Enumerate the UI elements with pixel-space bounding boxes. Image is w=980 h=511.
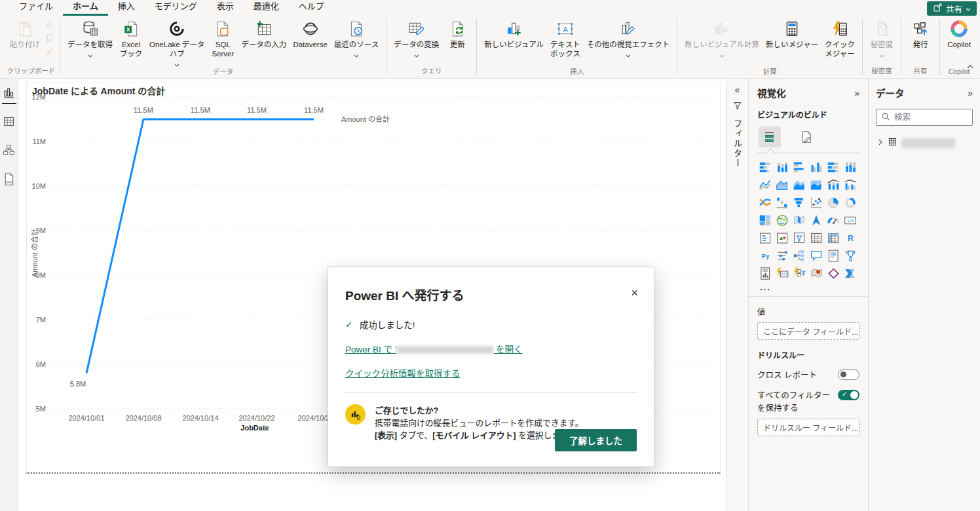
quick-insights-link[interactable]: クイック分析情報を取得する (345, 366, 637, 379)
donut-chart-icon[interactable] (842, 195, 858, 210)
new-card-icon[interactable]: 123 (774, 265, 790, 281)
multi-row-card-icon[interactable] (757, 230, 773, 246)
stacked-bar-chart-icon[interactable] (757, 159, 773, 175)
area-chart-icon[interactable] (774, 177, 790, 193)
data-pane: データ » (868, 79, 980, 511)
power-automate-icon[interactable] (842, 265, 858, 281)
ribbon-chart-icon[interactable] (757, 195, 773, 210)
collapse-ribbon-button[interactable] (967, 62, 973, 71)
ribbon-group-label: クリップボード (7, 64, 56, 78)
key-influencers-icon[interactable] (774, 248, 790, 263)
ribbon-button-Dataverse[interactable]: Dataverse (290, 16, 330, 56)
table-icon[interactable] (808, 230, 824, 246)
menu-tab-ヘルプ[interactable]: ヘルプ (289, 0, 334, 16)
quick-measure-icon (831, 18, 848, 39)
ribbon-button-更新[interactable]: 更新 (442, 16, 472, 56)
ribbon-button-OneLake データハブ[interactable]: OneLake データ ハブ (146, 16, 208, 65)
waterfall-chart-icon[interactable] (774, 195, 790, 210)
share-button[interactable]: 共有 (927, 1, 977, 16)
svg-text:2024/10/14: 2024/10/14 (182, 414, 218, 422)
collapse-visualizations-icon[interactable]: » (854, 88, 859, 98)
more-options-button[interactable]: ... (760, 282, 859, 292)
line-chart-icon[interactable] (757, 177, 773, 193)
table-view-button[interactable] (2, 115, 16, 133)
open-in-powerbi-link[interactable]: Power BI で ' を開く (345, 342, 637, 355)
scatter-chart-icon[interactable] (808, 195, 824, 210)
data-table-item[interactable] (876, 135, 973, 151)
dax-query-view-button[interactable]: DAX (2, 172, 16, 191)
metrics-icon[interactable] (842, 248, 858, 263)
map-icon[interactable] (774, 212, 790, 228)
ribbon-button-その他の視覚エフェクト[interactable]: その他の視覚エフェクト (584, 16, 673, 56)
report-name-redacted (396, 346, 493, 354)
close-icon[interactable]: × (631, 287, 638, 299)
card-icon[interactable]: 123 (842, 212, 858, 228)
cross-report-label: クロス レポート (757, 368, 817, 381)
ribbon-button-テキストボックス[interactable]: Aテキスト ボックス (547, 16, 584, 65)
ribbon-button-発行[interactable]: 発行 (905, 16, 935, 56)
search-input[interactable] (894, 113, 960, 122)
python-visual-icon[interactable]: Py (757, 248, 773, 263)
ribbon-group-挿入: 新しいビジュアルAテキスト ボックスその他の視覚エフェクト挿入 (478, 16, 675, 78)
qa-visual-icon[interactable] (808, 248, 824, 263)
ribbon-button-データを取得[interactable]: データを取得 (64, 16, 116, 56)
expand-filters-icon[interactable]: « (735, 85, 740, 94)
line-stacked-column-combo-icon[interactable] (825, 177, 841, 193)
smart-narrative-icon[interactable] (825, 248, 841, 263)
100-stacked-bar-chart-icon[interactable] (825, 159, 841, 175)
stacked-area-chart-icon[interactable] (791, 177, 807, 193)
r-script-visual-icon[interactable]: R (842, 230, 858, 246)
recent-sources-icon (348, 18, 365, 39)
data-search-box[interactable] (876, 109, 973, 126)
drillthrough-field-well[interactable]: ドリルスルー フィールド... (757, 419, 859, 436)
filters-pane-title[interactable]: フィルター (731, 119, 744, 168)
filled-map-icon[interactable] (791, 212, 807, 228)
paginated-report-icon[interactable] (757, 265, 773, 281)
build-visual-tab[interactable] (759, 126, 781, 147)
line-clustered-column-combo-icon[interactable] (842, 177, 858, 193)
clustered-bar-chart-icon[interactable] (791, 159, 807, 175)
100-stacked-area-chart-icon[interactable] (808, 177, 824, 193)
azure-map-icon[interactable] (808, 212, 824, 228)
ribbon-button-最近のソース[interactable]: 最近のソース (331, 16, 382, 56)
chevron-right-icon[interactable] (877, 138, 884, 147)
collapse-data-pane-icon[interactable]: » (968, 88, 973, 98)
model-view-button[interactable] (2, 143, 16, 162)
new-slicer-icon[interactable] (791, 265, 807, 281)
decomposition-tree-icon[interactable] (791, 248, 807, 263)
100-stacked-column-chart-icon[interactable] (842, 159, 858, 175)
funnel-chart-icon[interactable] (791, 195, 807, 210)
ok-button[interactable]: 了解しました (555, 429, 637, 451)
format-visual-tab[interactable] (795, 126, 818, 147)
arcgis-map-icon[interactable] (808, 265, 824, 281)
menu-tab-モデリング[interactable]: モデリング (145, 0, 207, 16)
stacked-column-chart-icon[interactable] (774, 159, 790, 175)
svg-text:Amount の合計: Amount の合計 (341, 115, 390, 123)
menu-tab-ホーム[interactable]: ホーム (63, 0, 108, 16)
slicer-icon[interactable] (791, 230, 807, 246)
ribbon-button-Excelブック[interactable]: XExcel ブック (116, 16, 146, 65)
kpi-icon[interactable] (774, 230, 790, 246)
menu-tab-表示[interactable]: 表示 (207, 0, 244, 16)
values-field-well[interactable]: ここにデータ フィールド... (757, 322, 859, 340)
menu-tab-挿入[interactable]: 挿入 (108, 0, 145, 16)
menu-tab-最適化[interactable]: 最適化 (244, 0, 289, 16)
ribbon-button-クイックメジャー[interactable]: クイック メジャー (821, 16, 858, 65)
ribbon-button-データの変換[interactable]: データの変換 (390, 16, 442, 56)
ribbon-button-データの入力[interactable]: データの入力 (238, 16, 290, 56)
new-measure-icon (783, 18, 801, 39)
ribbon-button-SQLServer[interactable]: SQL Server (208, 16, 238, 65)
pie-chart-icon[interactable] (825, 195, 841, 210)
ribbon-button-Copilot[interactable]: Copilot (944, 16, 974, 56)
ribbon-button-新しいメジャー[interactable]: 新しいメジャー (763, 16, 821, 56)
cross-report-toggle[interactable] (838, 369, 859, 380)
gauge-icon[interactable] (825, 212, 841, 228)
matrix-icon[interactable] (825, 230, 841, 246)
report-view-button[interactable] (2, 86, 16, 104)
power-apps-icon[interactable] (825, 265, 841, 281)
treemap-icon[interactable] (757, 212, 773, 228)
clustered-column-chart-icon[interactable] (808, 159, 824, 175)
menu-tab-ファイル[interactable]: ファイル (9, 0, 63, 16)
keep-all-filters-toggle[interactable]: ✓ (838, 390, 859, 400)
ribbon-button-新しいビジュアル[interactable]: 新しいビジュアル (481, 16, 547, 56)
